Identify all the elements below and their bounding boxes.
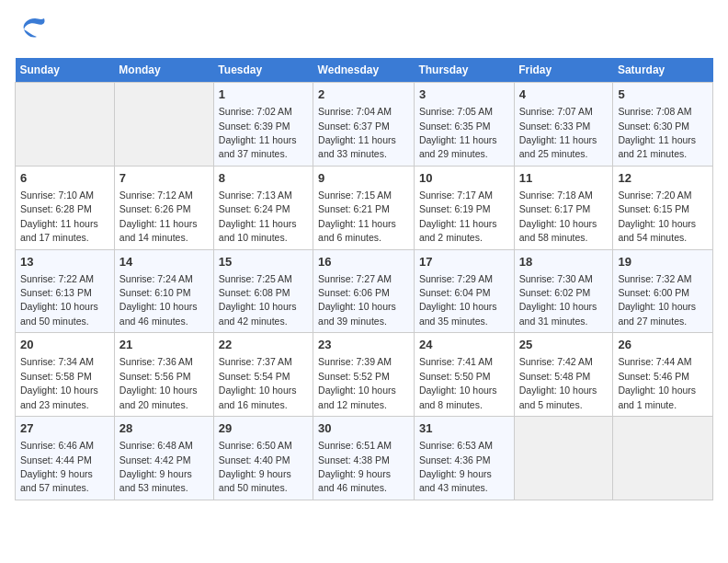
day-info: Sunrise: 7:30 AMSunset: 6:02 PMDaylight:… [519, 273, 597, 327]
weekday-header: Sunday [16, 58, 115, 83]
calendar-cell: 15Sunrise: 7:25 AMSunset: 6:08 PMDayligh… [213, 249, 313, 333]
day-number: 31 [419, 420, 509, 437]
calendar-cell: 18Sunrise: 7:30 AMSunset: 6:02 PMDayligh… [514, 249, 613, 333]
calendar-cell: 23Sunrise: 7:39 AMSunset: 5:52 PMDayligh… [313, 333, 415, 417]
weekday-header: Tuesday [213, 58, 313, 83]
calendar-cell: 22Sunrise: 7:37 AMSunset: 5:54 PMDayligh… [213, 333, 313, 417]
day-info: Sunrise: 7:24 AMSunset: 6:10 PMDaylight:… [119, 273, 198, 327]
calendar-cell: 3Sunrise: 7:05 AMSunset: 6:35 PMDaylight… [414, 83, 514, 167]
day-info: Sunrise: 7:27 AMSunset: 6:06 PMDaylight:… [318, 273, 396, 327]
calendar-cell: 17Sunrise: 7:29 AMSunset: 6:04 PMDayligh… [414, 249, 514, 333]
calendar-cell: 12Sunrise: 7:20 AMSunset: 6:15 PMDayligh… [613, 166, 713, 249]
day-number: 17 [419, 254, 509, 270]
day-number: 16 [318, 254, 409, 270]
day-number: 9 [318, 170, 409, 187]
calendar-cell: 5Sunrise: 7:08 AMSunset: 6:30 PMDaylight… [613, 83, 713, 167]
calendar-table: SundayMondayTuesdayWednesdayThursdayFrid… [15, 58, 713, 500]
calendar-cell: 28Sunrise: 6:48 AMSunset: 4:42 PMDayligh… [114, 417, 213, 500]
calendar-cell: 31Sunrise: 6:53 AMSunset: 4:36 PMDayligh… [414, 417, 514, 500]
calendar-cell: 8Sunrise: 7:13 AMSunset: 6:24 PMDaylight… [213, 166, 313, 249]
day-number: 10 [419, 170, 509, 187]
calendar-cell: 16Sunrise: 7:27 AMSunset: 6:06 PMDayligh… [313, 249, 415, 333]
page-header [15, 15, 713, 51]
calendar-cell: 21Sunrise: 7:36 AMSunset: 5:56 PMDayligh… [114, 333, 213, 417]
calendar-week-row: 27Sunrise: 6:46 AMSunset: 4:44 PMDayligh… [16, 417, 713, 500]
calendar-week-row: 1Sunrise: 7:02 AMSunset: 6:39 PMDaylight… [16, 83, 713, 167]
calendar-cell: 2Sunrise: 7:04 AMSunset: 6:37 PMDaylight… [313, 83, 415, 167]
day-info: Sunrise: 7:32 AMSunset: 6:00 PMDaylight:… [618, 273, 696, 327]
day-info: Sunrise: 7:29 AMSunset: 6:04 PMDaylight:… [419, 273, 497, 327]
calendar-cell: 7Sunrise: 7:12 AMSunset: 6:26 PMDaylight… [114, 166, 213, 249]
day-info: Sunrise: 7:34 AMSunset: 5:58 PMDaylight:… [20, 356, 98, 409]
day-number: 11 [519, 170, 609, 187]
day-info: Sunrise: 6:50 AMSunset: 4:40 PMDaylight:… [219, 440, 292, 493]
day-info: Sunrise: 7:12 AMSunset: 6:26 PMDaylight:… [119, 190, 198, 243]
day-info: Sunrise: 7:13 AMSunset: 6:24 PMDaylight:… [219, 190, 297, 243]
day-number: 12 [618, 170, 708, 187]
day-number: 22 [219, 337, 308, 353]
day-number: 13 [20, 254, 109, 270]
day-number: 8 [219, 170, 308, 187]
day-number: 3 [419, 86, 509, 103]
logo [15, 15, 51, 51]
calendar-cell [114, 83, 213, 167]
weekday-header: Wednesday [313, 58, 415, 83]
calendar-body: 1Sunrise: 7:02 AMSunset: 6:39 PMDaylight… [16, 83, 713, 500]
calendar-cell: 29Sunrise: 6:50 AMSunset: 4:40 PMDayligh… [213, 417, 313, 500]
calendar-cell: 6Sunrise: 7:10 AMSunset: 6:28 PMDaylight… [16, 166, 115, 249]
day-number: 6 [20, 170, 109, 187]
calendar-cell: 14Sunrise: 7:24 AMSunset: 6:10 PMDayligh… [114, 249, 213, 333]
calendar-cell [613, 417, 713, 500]
day-number: 25 [519, 337, 609, 353]
day-number: 27 [20, 420, 109, 437]
calendar-cell: 20Sunrise: 7:34 AMSunset: 5:58 PMDayligh… [16, 333, 115, 417]
day-info: Sunrise: 7:25 AMSunset: 6:08 PMDaylight:… [219, 273, 297, 327]
day-number: 26 [618, 337, 708, 353]
day-info: Sunrise: 6:51 AMSunset: 4:38 PMDaylight:… [318, 440, 392, 493]
day-info: Sunrise: 7:42 AMSunset: 5:48 PMDaylight:… [519, 356, 597, 409]
day-number: 29 [219, 420, 308, 437]
day-number: 15 [219, 254, 308, 270]
day-number: 19 [618, 254, 708, 270]
calendar-cell: 4Sunrise: 7:07 AMSunset: 6:33 PMDaylight… [514, 83, 613, 167]
calendar-week-row: 20Sunrise: 7:34 AMSunset: 5:58 PMDayligh… [16, 333, 713, 417]
logo-bird-icon [18, 11, 51, 51]
day-info: Sunrise: 7:44 AMSunset: 5:46 PMDaylight:… [618, 356, 696, 409]
weekday-header: Saturday [613, 58, 713, 83]
day-number: 1 [219, 86, 308, 103]
calendar-week-row: 6Sunrise: 7:10 AMSunset: 6:28 PMDaylight… [16, 166, 713, 249]
day-number: 4 [519, 86, 609, 103]
calendar-cell [16, 83, 115, 167]
day-number: 23 [318, 337, 409, 353]
day-number: 30 [318, 420, 409, 437]
day-info: Sunrise: 7:08 AMSunset: 6:30 PMDaylight:… [618, 106, 696, 159]
day-info: Sunrise: 7:22 AMSunset: 6:13 PMDaylight:… [20, 273, 98, 327]
calendar-cell: 11Sunrise: 7:18 AMSunset: 6:17 PMDayligh… [514, 166, 613, 249]
day-number: 18 [519, 254, 609, 270]
day-info: Sunrise: 7:41 AMSunset: 5:50 PMDaylight:… [419, 356, 497, 409]
day-info: Sunrise: 7:17 AMSunset: 6:19 PMDaylight:… [419, 190, 497, 243]
day-info: Sunrise: 7:15 AMSunset: 6:21 PMDaylight:… [318, 190, 396, 243]
day-number: 24 [419, 337, 509, 353]
day-number: 20 [20, 337, 109, 353]
day-info: Sunrise: 7:37 AMSunset: 5:54 PMDaylight:… [219, 356, 297, 409]
day-info: Sunrise: 6:48 AMSunset: 4:42 PMDaylight:… [119, 440, 193, 493]
day-info: Sunrise: 7:39 AMSunset: 5:52 PMDaylight:… [318, 356, 396, 409]
calendar-cell: 25Sunrise: 7:42 AMSunset: 5:48 PMDayligh… [514, 333, 613, 417]
day-info: Sunrise: 7:02 AMSunset: 6:39 PMDaylight:… [219, 106, 297, 159]
calendar-cell: 1Sunrise: 7:02 AMSunset: 6:39 PMDaylight… [213, 83, 313, 167]
day-number: 21 [119, 337, 209, 353]
calendar-cell: 30Sunrise: 6:51 AMSunset: 4:38 PMDayligh… [313, 417, 415, 500]
calendar-cell: 9Sunrise: 7:15 AMSunset: 6:21 PMDaylight… [313, 166, 415, 249]
calendar-cell: 10Sunrise: 7:17 AMSunset: 6:19 PMDayligh… [414, 166, 514, 249]
day-number: 2 [318, 86, 409, 103]
day-number: 7 [119, 170, 209, 187]
calendar-cell: 26Sunrise: 7:44 AMSunset: 5:46 PMDayligh… [613, 333, 713, 417]
weekday-header: Thursday [414, 58, 514, 83]
day-info: Sunrise: 7:07 AMSunset: 6:33 PMDaylight:… [519, 106, 597, 159]
calendar-cell: 24Sunrise: 7:41 AMSunset: 5:50 PMDayligh… [414, 333, 514, 417]
weekday-header: Monday [114, 58, 213, 83]
calendar-cell [514, 417, 613, 500]
day-info: Sunrise: 7:10 AMSunset: 6:28 PMDaylight:… [20, 190, 98, 243]
calendar-cell: 13Sunrise: 7:22 AMSunset: 6:13 PMDayligh… [16, 249, 115, 333]
